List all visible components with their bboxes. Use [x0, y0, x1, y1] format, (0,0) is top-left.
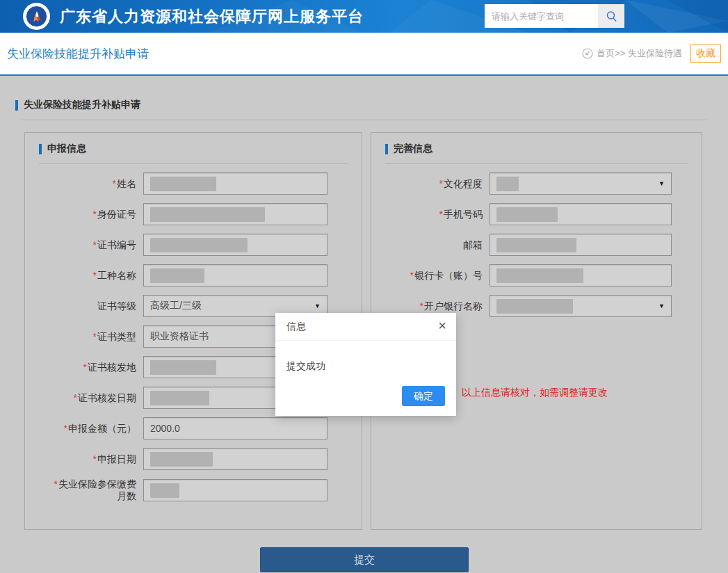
panel-accent-bar [39, 144, 42, 154]
section-accent-bar [15, 100, 18, 111]
field-label-insured-months: *失业保险参保缴费月数 [25, 478, 140, 502]
select-education-level[interactable]: ▼ [490, 172, 672, 195]
form-row-insured-months: *失业保险参保缴费月数 [25, 478, 362, 502]
chevron-down-icon: ▼ [658, 302, 665, 309]
panel-divider [39, 163, 348, 164]
redacted-value [150, 452, 213, 467]
required-asterisk: * [83, 362, 87, 373]
redacted-value [496, 177, 519, 191]
field-value-certificate-type: 职业资格证书 [150, 330, 209, 343]
return-arrow-icon [582, 48, 593, 59]
required-asterisk: * [439, 178, 443, 189]
page-title: 失业保险技能提升补贴申请 [7, 33, 149, 74]
modal-footer: 确定 [402, 386, 445, 406]
search-box [485, 4, 624, 28]
section-divider [21, 120, 707, 120]
search-input[interactable] [485, 4, 598, 28]
search-icon [606, 10, 617, 22]
chevron-down-icon: ▼ [314, 302, 321, 309]
form-row-name: *姓名 [25, 172, 362, 195]
submit-button[interactable]: 提交 [260, 547, 469, 572]
required-asterisk: * [64, 423, 67, 434]
declaration-panel-header: 申报信息 [39, 143, 362, 155]
form-row-certificate-number: *证书编号 [25, 234, 362, 256]
required-asterisk: * [54, 478, 58, 490]
required-asterisk: * [93, 239, 97, 250]
form-row-application-amount: *申报金额（元）2000.0 [25, 417, 362, 439]
field-label-job-title: *工种名称 [25, 270, 140, 282]
form-row-job-title: *工种名称 [25, 264, 362, 286]
input-insured-months[interactable] [143, 479, 327, 501]
field-label-name: *姓名 [25, 178, 140, 190]
page-title-bar: 失业保险技能提升补贴申请 首页>> 失业保险待遇 收藏 [0, 33, 728, 76]
field-label-bank-card-number: *银行卡（账）号 [371, 270, 486, 282]
redacted-value [150, 207, 265, 222]
modal-title: 信息 [286, 321, 306, 333]
form-row-application-date: *申报日期 [25, 448, 362, 470]
modal-header: 信息 × [275, 313, 456, 341]
redacted-value [496, 207, 558, 222]
verify-notice-text: 以上信息请核对，如需调整请更改 [462, 387, 608, 399]
field-label-certificate-type: *证书类型 [25, 331, 140, 343]
agency-logo-emblem [26, 6, 47, 27]
input-name[interactable] [143, 172, 327, 195]
input-bank-card-number[interactable] [490, 264, 672, 286]
form-row-bank-card-number: *银行卡（账）号 [371, 264, 702, 286]
required-asterisk: * [93, 209, 97, 220]
redacted-value [150, 483, 179, 498]
form-row-education-level: *文化程度▼ [371, 172, 702, 195]
select-bank-name[interactable]: ▼ [490, 295, 672, 317]
search-button[interactable] [598, 4, 624, 28]
form-section-title: 失业保险技能提升补贴申请 [24, 99, 140, 111]
redacted-value [150, 268, 204, 283]
input-job-title[interactable] [143, 264, 327, 286]
field-label-certificate-issue-date: *证书核发日期 [25, 392, 140, 404]
required-asterisk: * [420, 300, 423, 312]
form-row-id-card-number: *身份证号 [25, 203, 362, 225]
complete-fields: *文化程度▼*手机号码邮箱*银行卡（账）号*开户银行名称▼ [371, 172, 702, 317]
input-mobile-number[interactable] [490, 203, 672, 225]
required-asterisk: * [410, 270, 414, 281]
field-label-certificate-level: 证书等级 [25, 300, 140, 312]
redacted-value [496, 268, 583, 283]
field-label-mobile-number: *手机号码 [371, 209, 486, 220]
redacted-value [150, 391, 209, 405]
redacted-value [496, 299, 573, 314]
breadcrumb: 首页>> 失业保险待遇 收藏 [582, 33, 724, 74]
panel-divider [385, 163, 688, 164]
field-label-bank-name: *开户银行名称 [371, 300, 486, 312]
field-label-certificate-issue-place: *证书核发地 [25, 362, 140, 373]
form-row-mobile-number: *手机号码 [371, 203, 702, 225]
app-header: 广东省人力资源和社会保障厅网上服务平台 [0, 0, 728, 33]
field-label-education-level: *文化程度 [371, 178, 486, 190]
input-email[interactable] [490, 234, 672, 256]
favorite-button[interactable]: 收藏 [690, 45, 721, 63]
portal-title: 广东省人力资源和社会保障厅网上服务平台 [60, 0, 364, 33]
input-certificate-number[interactable] [143, 234, 327, 256]
field-label-application-date: *申报日期 [25, 453, 140, 465]
input-application-amount[interactable]: 2000.0 [143, 417, 327, 439]
field-value-certificate-level: 高级工/三级 [150, 300, 202, 312]
confirm-button[interactable]: 确定 [402, 386, 445, 406]
field-value-application-amount: 2000.0 [150, 423, 180, 434]
input-application-date[interactable] [143, 448, 327, 470]
required-asterisk: * [439, 209, 443, 220]
redacted-value [150, 238, 248, 252]
message-modal: 信息 × 提交成功 确定 [275, 313, 456, 416]
input-id-card-number[interactable] [143, 203, 327, 225]
redacted-value [150, 177, 216, 191]
modal-message: 提交成功 [275, 341, 456, 373]
required-asterisk: * [93, 453, 97, 465]
chevron-down-icon: ▼ [658, 180, 665, 187]
breadcrumb-trail[interactable]: 首页>> 失业保险待遇 [597, 47, 682, 60]
complete-panel-title: 完善信息 [394, 143, 432, 155]
field-label-application-amount: *申报金额（元） [25, 423, 140, 435]
agency-logo [23, 3, 50, 30]
required-asterisk: * [93, 270, 97, 281]
complete-panel-header: 完善信息 [385, 143, 702, 155]
redacted-value [496, 238, 576, 252]
close-icon[interactable]: × [438, 318, 446, 332]
form-row-email: 邮箱 [371, 234, 702, 256]
required-asterisk: * [93, 331, 97, 342]
panel-accent-bar [385, 144, 388, 154]
